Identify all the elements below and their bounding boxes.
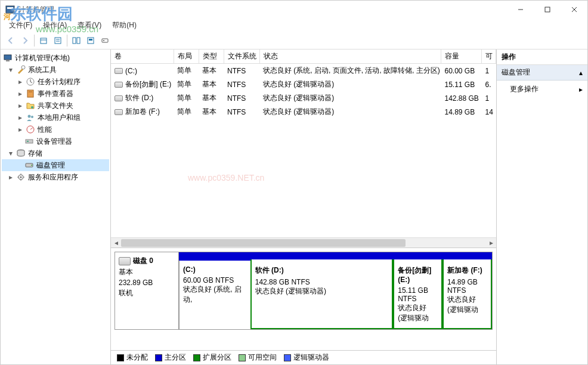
actions-header: 操作 xyxy=(497,50,587,65)
col-type[interactable]: 类型 xyxy=(199,50,224,64)
refresh-button[interactable] xyxy=(70,34,83,47)
scroll-track[interactable] xyxy=(121,238,486,248)
partition[interactable]: 新加卷 (F:)14.89 GB NTFS状态良好 (逻辑驱动 xyxy=(442,252,492,329)
tree-device-manager[interactable]: 设备管理器 xyxy=(2,135,109,147)
tree-local-users[interactable]: ▸ 本地用户和组 xyxy=(2,112,109,123)
menu-help[interactable]: 帮助(H) xyxy=(107,19,141,32)
back-button[interactable] xyxy=(4,34,17,47)
legend-free: 可用空间 xyxy=(239,352,277,363)
window-title: 计算机管理 xyxy=(18,5,507,15)
tree-task-scheduler[interactable]: ▸ 任务计划程序 xyxy=(2,76,109,88)
more-actions-item[interactable]: 更多操作 ▸ xyxy=(497,81,587,98)
tree-disk-management[interactable]: 磁盘管理 xyxy=(2,159,109,171)
svg-rect-0 xyxy=(6,6,14,13)
table-row[interactable]: 备份[勿删] (E:)简单基本NTFS状态良好 (逻辑驱动器)15.11 GB6… xyxy=(111,78,496,91)
scroll-left-button[interactable]: ◂ xyxy=(111,238,121,248)
partition[interactable]: 备份[勿删] (E:)15.11 GB NTFS状态良好 (逻辑驱动 xyxy=(393,252,442,329)
tree-label: 存储 xyxy=(28,149,42,159)
partition-status: 状态良好 (逻辑驱动器) xyxy=(255,286,388,296)
svg-point-19 xyxy=(21,66,25,69)
disk-icon xyxy=(119,257,131,265)
horizontal-scrollbar[interactable]: ◂ ▸ xyxy=(111,237,496,248)
menu-view[interactable]: 查看(V) xyxy=(73,19,106,32)
col-volume[interactable]: 卷 xyxy=(111,50,174,64)
expand-icon[interactable]: ▸ xyxy=(7,173,15,181)
svg-rect-17 xyxy=(4,55,11,60)
svg-rect-21 xyxy=(27,90,33,97)
maximize-button[interactable] xyxy=(534,1,561,18)
services-icon xyxy=(16,172,26,182)
col-layout[interactable]: 布局 xyxy=(174,50,199,64)
partition-size: 142.88 GB NTFS xyxy=(255,278,388,286)
tree-label: 任务计划程序 xyxy=(38,77,81,87)
scroll-right-button[interactable]: ▸ xyxy=(486,238,496,248)
help-button[interactable] xyxy=(84,34,97,47)
legend-primary: 主分区 xyxy=(155,352,186,363)
view-up-button[interactable] xyxy=(37,34,50,47)
collapse-icon[interactable]: ▾ xyxy=(7,66,15,74)
tree-label: 设备管理器 xyxy=(36,137,72,147)
expand-icon[interactable]: ▸ xyxy=(16,125,24,134)
table-row[interactable]: 软件 (D:)简单基本NTFS状态良好 (逻辑驱动器)142.88 GB1 xyxy=(111,91,496,105)
expand-icon[interactable]: ▸ xyxy=(16,113,24,122)
svg-rect-27 xyxy=(26,140,33,143)
minimize-button[interactable] xyxy=(507,1,534,18)
tree-performance[interactable]: ▸ 性能 xyxy=(2,123,109,135)
partition[interactable]: (C:)60.00 GB NTFS状态良好 (系统, 启动, xyxy=(179,252,250,329)
tree-services[interactable]: ▸ 服务和应用程序 xyxy=(2,171,109,183)
expand-icon[interactable]: ▸ xyxy=(16,101,24,110)
table-row[interactable]: 新加卷 (F:)简单基本NTFS状态良好 (逻辑驱动器)14.89 GB14 xyxy=(111,105,496,119)
svg-rect-6 xyxy=(41,38,47,44)
svg-point-33 xyxy=(20,177,22,178)
tree-shared-folders[interactable]: ▸ 共享文件夹 xyxy=(2,100,109,112)
partition-status: 状态良好 (逻辑驱动 xyxy=(398,303,438,323)
tree-system-tools[interactable]: ▾ 系统工具 xyxy=(2,64,109,76)
expand-icon[interactable]: ▸ xyxy=(16,89,24,98)
body: 计算机管理(本地) ▾ 系统工具 ▸ 任务计划程序 ▸ 事件查看器 ▸ 共享文件… xyxy=(1,50,587,364)
partition-name: 备份[勿删] (E:) xyxy=(398,265,438,284)
tree-label: 磁盘管理 xyxy=(36,160,65,171)
actions-pane: 操作 磁盘管理 ▴ 更多操作 ▸ xyxy=(496,50,587,364)
partition-body: 软件 (D:)142.88 GB NTFS状态良好 (逻辑驱动器) xyxy=(250,259,393,329)
partition[interactable]: 软件 (D:)142.88 GB NTFS状态良好 (逻辑驱动器) xyxy=(250,252,393,329)
device-icon xyxy=(24,137,34,146)
volume-icon xyxy=(114,68,123,74)
app-icon xyxy=(5,5,15,14)
col-free[interactable]: 可 xyxy=(482,50,496,64)
table-header-row: 卷 布局 类型 文件系统 状态 容量 可 xyxy=(111,50,496,64)
tree-pane: 计算机管理(本地) ▾ 系统工具 ▸ 任务计划程序 ▸ 事件查看器 ▸ 共享文件… xyxy=(1,50,111,364)
window-buttons xyxy=(507,1,587,18)
disk-label: 磁盘 0 xyxy=(133,256,153,265)
disk-info[interactable]: 磁盘 0 基本 232.89 GB 联机 xyxy=(114,252,179,330)
partition-status: 状态良好 (逻辑驱动 xyxy=(447,295,487,315)
close-button[interactable] xyxy=(561,1,587,18)
toolbar-separator xyxy=(67,35,67,47)
disk-row[interactable]: 磁盘 0 基本 232.89 GB 联机 (C:)60.00 GB NTFS状态… xyxy=(114,252,493,330)
partition-name: 软件 (D:) xyxy=(255,265,388,276)
menu-file[interactable]: 文件(F) xyxy=(4,19,37,32)
main-pane: 卷 布局 类型 文件系统 状态 容量 可 (C:)简单基本NTFS状态良好 (系… xyxy=(111,50,496,364)
partition-name: 新加卷 (F:) xyxy=(447,265,487,276)
col-capacity[interactable]: 容量 xyxy=(441,50,482,64)
tree-root[interactable]: 计算机管理(本地) xyxy=(2,52,109,64)
titlebar: 计算机管理 xyxy=(1,1,587,18)
svg-point-16 xyxy=(103,40,104,41)
collapse-icon[interactable]: ▾ xyxy=(7,149,15,157)
partition-size: 15.11 GB NTFS xyxy=(398,286,438,303)
col-status[interactable]: 状态 xyxy=(259,50,441,64)
tree-label: 计算机管理(本地) xyxy=(15,53,70,63)
settings-button[interactable] xyxy=(98,34,112,47)
properties-button[interactable] xyxy=(51,34,64,47)
col-filesystem[interactable]: 文件系统 xyxy=(224,50,259,64)
menu-action[interactable]: 操作(A) xyxy=(38,19,72,32)
tree-event-viewer[interactable]: ▸ 事件查看器 xyxy=(2,88,109,100)
actions-group[interactable]: 磁盘管理 ▴ xyxy=(497,65,587,81)
table-row[interactable]: (C:)简单基本NTFS状态良好 (系统, 启动, 页面文件, 活动, 故障转储… xyxy=(111,64,496,78)
partition-body: (C:)60.00 GB NTFS状态良好 (系统, 启动, xyxy=(179,261,250,329)
scroll-thumb[interactable] xyxy=(121,239,406,247)
expand-icon[interactable]: ▸ xyxy=(16,78,24,86)
forward-button[interactable] xyxy=(18,34,32,47)
tree-storage[interactable]: ▾ 存储 xyxy=(2,147,109,159)
perf-icon xyxy=(26,125,35,134)
partition-name: (C:) xyxy=(183,265,247,274)
